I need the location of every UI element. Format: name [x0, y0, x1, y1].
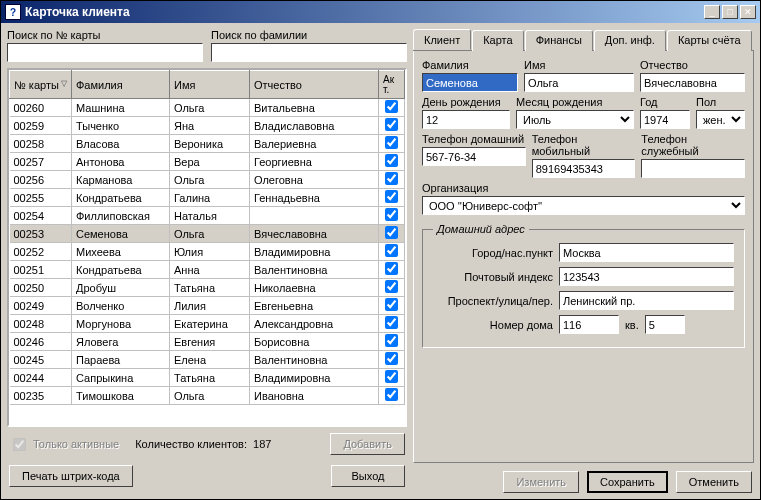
city-input[interactable]: [559, 243, 734, 262]
add-button[interactable]: Добавить: [330, 433, 405, 455]
table-row[interactable]: 00248МоргуноваЕкатеринаАлександровна: [10, 315, 405, 333]
table-row[interactable]: 00249ВолченкоЛилияЕвгеньевна: [10, 297, 405, 315]
house-input[interactable]: [559, 315, 619, 334]
save-button[interactable]: Сохранить: [587, 471, 668, 493]
cell-active: [379, 207, 405, 225]
search-surname-input[interactable]: [211, 43, 407, 62]
tab[interactable]: Карта: [472, 30, 523, 51]
active-checkbox[interactable]: [385, 190, 398, 203]
only-active-input[interactable]: [13, 438, 26, 451]
cancel-button[interactable]: Отменить: [676, 471, 752, 493]
cell-active: [379, 117, 405, 135]
cell-card: 00255: [10, 189, 72, 207]
active-checkbox[interactable]: [385, 136, 398, 149]
active-checkbox[interactable]: [385, 262, 398, 275]
col-card[interactable]: № карты▽: [10, 71, 72, 99]
active-checkbox[interactable]: [385, 388, 398, 401]
cell-card: 00250: [10, 279, 72, 297]
cell-patronymic: Валентиновна: [250, 351, 379, 369]
cell-patronymic: Владиславовна: [250, 117, 379, 135]
table-row[interactable]: 00259ТыченкоЯнаВладиславовна: [10, 117, 405, 135]
address-group: Домашний адрес Город/нас.пункт Почтовый …: [422, 223, 745, 348]
table-row[interactable]: 00244СапрыкинаТатьянаВладимировна: [10, 369, 405, 387]
active-checkbox[interactable]: [385, 316, 398, 329]
table-row[interactable]: 00245ПараеваЕленаВалентиновна: [10, 351, 405, 369]
table-row[interactable]: 00246ЯловегаЕвгенияБорисовна: [10, 333, 405, 351]
print-barcode-button[interactable]: Печать штрих-кода: [9, 465, 133, 487]
phone-work-input[interactable]: [641, 159, 745, 178]
table-row[interactable]: 00255КондратьеваГалинаГеннадьевна: [10, 189, 405, 207]
cell-surname: Карманова: [72, 171, 170, 189]
active-checkbox[interactable]: [385, 226, 398, 239]
active-checkbox[interactable]: [385, 352, 398, 365]
only-active-checkbox[interactable]: Только активные: [9, 435, 119, 454]
cell-card: 00249: [10, 297, 72, 315]
city-label: Город/нас.пункт: [433, 247, 553, 259]
table-row[interactable]: 00250ДробушТатьянаНиколаевна: [10, 279, 405, 297]
house-label: Номер дома: [433, 319, 553, 331]
edit-button[interactable]: Изменить: [503, 471, 579, 493]
active-checkbox[interactable]: [385, 298, 398, 311]
col-patronymic[interactable]: Отчество: [250, 71, 379, 99]
clients-table-wrap[interactable]: № карты▽ Фамилия Имя Отчество Ак т. 0026…: [7, 68, 407, 427]
cell-active: [379, 297, 405, 315]
tab[interactable]: Финансы: [525, 30, 593, 51]
org-select[interactable]: ООО ''Юниверс-софт'': [422, 196, 745, 215]
apt-input[interactable]: [645, 315, 685, 334]
bmonth-select[interactable]: Июль: [516, 110, 634, 129]
active-checkbox[interactable]: [385, 172, 398, 185]
active-checkbox[interactable]: [385, 118, 398, 131]
cell-surname: Параева: [72, 351, 170, 369]
sort-icon: ▽: [61, 79, 67, 88]
byear-input[interactable]: [640, 110, 690, 129]
tab[interactable]: Клиент: [413, 29, 471, 50]
cell-name: Евгения: [170, 333, 250, 351]
table-row[interactable]: 00260МашнинаОльгаВитальевна: [10, 99, 405, 117]
tab[interactable]: Карты счёта: [667, 30, 752, 51]
exit-button[interactable]: Выход: [331, 465, 405, 487]
cell-active: [379, 153, 405, 171]
surname-input[interactable]: [422, 73, 518, 92]
active-checkbox[interactable]: [385, 100, 398, 113]
zip-input[interactable]: [559, 267, 734, 286]
name-input[interactable]: [524, 73, 634, 92]
table-row[interactable]: 00254ФиллиповскаяНаталья: [10, 207, 405, 225]
phone-mob-input[interactable]: [532, 159, 636, 178]
table-row[interactable]: 00257АнтоноваВераГеоргиевна: [10, 153, 405, 171]
cell-name: Ольга: [170, 225, 250, 243]
cell-surname: Михеева: [72, 243, 170, 261]
tab[interactable]: Доп. инф.: [594, 30, 666, 51]
active-checkbox[interactable]: [385, 370, 398, 383]
maximize-button[interactable]: □: [722, 5, 738, 19]
bday-input[interactable]: [422, 110, 510, 129]
minimize-button[interactable]: _: [704, 5, 720, 19]
active-checkbox[interactable]: [385, 280, 398, 293]
active-checkbox[interactable]: [385, 244, 398, 257]
titlebar: ? Карточка клиента _ □ ✕: [1, 1, 760, 23]
table-row[interactable]: 00252МихееваЮлияВладимировна: [10, 243, 405, 261]
close-button[interactable]: ✕: [740, 5, 756, 19]
street-input[interactable]: [559, 291, 734, 310]
table-row[interactable]: 00235ТимошковаОльгаИвановна: [10, 387, 405, 405]
phone-home-input[interactable]: [422, 147, 526, 166]
col-active[interactable]: Ак т.: [379, 71, 405, 99]
col-name[interactable]: Имя: [170, 71, 250, 99]
search-card-input[interactable]: [7, 43, 203, 62]
active-checkbox[interactable]: [385, 154, 398, 167]
table-row[interactable]: 00256КармановаОльгаОлеговна: [10, 171, 405, 189]
cell-patronymic: Олеговна: [250, 171, 379, 189]
table-row[interactable]: 00253СеменоваОльгаВячеславовна: [10, 225, 405, 243]
table-row[interactable]: 00251КондратьеваАннаВалентиновна: [10, 261, 405, 279]
active-checkbox[interactable]: [385, 208, 398, 221]
sex-select[interactable]: жен.: [696, 110, 745, 129]
cell-card: 00246: [10, 333, 72, 351]
active-checkbox[interactable]: [385, 334, 398, 347]
surname-label: Фамилия: [422, 59, 518, 71]
cell-card: 00245: [10, 351, 72, 369]
cell-surname: Тимошкова: [72, 387, 170, 405]
col-surname[interactable]: Фамилия: [72, 71, 170, 99]
cell-patronymic: Борисовна: [250, 333, 379, 351]
tabs: КлиентКартаФинансыДоп. инф.Карты счёта: [413, 29, 754, 51]
table-row[interactable]: 00258ВласоваВероникаВалериевна: [10, 135, 405, 153]
patronymic-input[interactable]: [640, 73, 745, 92]
